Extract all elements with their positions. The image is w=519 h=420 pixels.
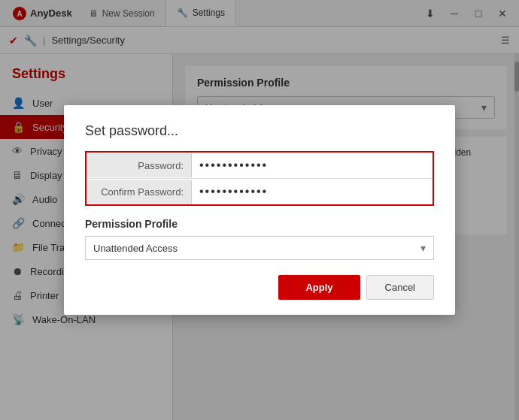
password-label: Password: <box>86 154 192 177</box>
confirm-password-field-row: Confirm Password: •••••••••••• <box>86 179 432 204</box>
modal-permission-section: Permission Profile Unattended Access <box>85 218 434 260</box>
password-fields-container: Password: •••••••••••• Confirm Password:… <box>85 151 434 206</box>
confirm-password-input[interactable]: •••••••••••• <box>192 179 432 204</box>
modal-title: Set password... <box>85 123 434 139</box>
modal-permission-title: Permission Profile <box>85 218 434 230</box>
password-input[interactable]: •••••••••••• <box>192 153 432 178</box>
confirm-password-label: Confirm Password: <box>86 180 192 204</box>
chevron-down-icon <box>420 242 426 254</box>
modal-overlay: Set password... Password: •••••••••••• C… <box>0 0 519 420</box>
modal-permission-dropdown[interactable]: Unattended Access <box>85 236 434 260</box>
apply-button[interactable]: Apply <box>278 275 360 300</box>
password-field-row: Password: •••••••••••• <box>86 153 432 179</box>
cancel-button[interactable]: Cancel <box>366 275 434 300</box>
modal-dialog: Set password... Password: •••••••••••• C… <box>64 105 455 315</box>
modal-buttons: Apply Cancel <box>85 275 434 300</box>
